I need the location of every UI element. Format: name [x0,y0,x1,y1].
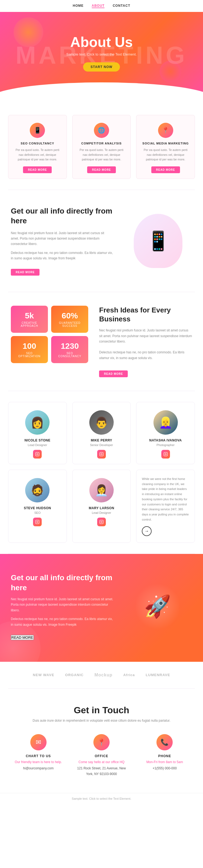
contact-title-office: OFFICE [74,754,129,758]
instagram-icon-mary[interactable] [97,518,106,526]
service-card-seo: 📱 SEO CONSULTANCY Per ea quod iusto. Te … [8,115,67,179]
team-card-mike: 👨 MIKE PERRY Senior Developer [72,402,131,464]
contact-link-office: Come say hello at our office HQ [74,760,129,764]
stat-label-guaranteed: GUARANTEED SUCCESS [56,321,84,328]
team-name-mary: MARY LARSON [77,506,126,510]
team-grid-bottom: 🧔 STEVE HUDSON SEO 👩‍💼 MARY LARSON Lead … [8,470,195,543]
fresh-text: Fresh Ideas for Every Business Nec feugi… [99,306,192,377]
hero-wave [0,82,203,99]
services-section: 📱 SEO CONSULTANCY Per ea quod iusto. Te … [0,99,203,190]
team-description-card: While we were not the first home cleanin… [136,470,195,543]
team-section: 👩 NICOLE STONE Lead Designer 👨 MIKE PERR… [0,391,203,554]
hero-blob-2 [160,61,181,82]
contact-detail-office: 121 Rock Street, 21 Avenue, New York, NY… [74,766,129,777]
team-name-natasha: NATASHA IVANOVA [141,438,190,442]
stat-num-guaranteed: 60% [56,311,84,320]
team-card-natasha: 👱‍♀️ NATASHA IVANOVA Photographer [136,402,195,464]
stat-label-seo-cons: SEO CONSULTANCY [56,352,84,358]
nav-contact[interactable]: CONTACT [112,4,130,8]
contact-icon-phone: 📞 [157,734,173,750]
service-icon-competitor: 🌐 [94,123,109,138]
rocket-illustration: 🚀 [136,582,179,631]
stat-label-seo-opt: SEO OPTIMIZATION [15,352,43,358]
team-card-steve: 🧔 STEVE HUDSON SEO [8,470,67,543]
service-btn-social[interactable]: READ MORE [151,166,180,173]
stat-card-guaranteed: 60% GUARANTEED SUCCESS [51,306,88,333]
contact-icon-office: 📍 [93,734,110,750]
team-name-nicole: NICOLE STONE [13,438,62,442]
service-icon-social: 📍 [158,123,173,138]
info-read-more-button[interactable]: READ MORE [11,269,39,276]
stat-num-seo-opt: 100 [15,341,43,351]
stat-card-seo-opt: 100 SEO OPTIMIZATION [11,336,48,363]
service-card-competitor: 🌐 COMPETITOR ANALYSIS Per ea quod iusto.… [72,115,131,179]
cta-text: Get our all info directly from here Nec … [11,573,115,640]
stats-grid: 5k CREATIVE APPROACH 60% GUARANTEED SUCC… [11,306,88,363]
cta-image: 🚀 [123,582,192,631]
cta-read-more-button[interactable]: READ MORE [11,635,34,640]
team-name-mike: MIKE PERRY [77,438,126,442]
brand-new-wave: NEW WAVE [33,673,54,677]
nav-home[interactable]: HOME [73,4,83,8]
hero-section: MARKETING About Us Sample text. Click to… [0,12,203,99]
stat-num-seo-cons: 1230 [56,341,84,351]
stat-card-creative: 5k CREATIVE APPROACH [11,306,48,333]
contact-detail-phone: +1(555) 000-000 [137,766,192,771]
contact-title: Get in Touch [11,705,192,715]
team-role-steve: SEO [13,511,62,514]
cta-section: Get our all info directly from here Nec … [0,554,203,662]
services-grid: 📱 SEO CONSULTANCY Per ea quod iusto. Te … [8,115,195,179]
instagram-icon-mike[interactable] [97,450,106,459]
brand-lumenrave: LUMENRAVE [146,673,170,677]
contact-subtitle: Duis aute irure dolor in reprehenderit i… [11,718,192,723]
svg-rect-0 [36,452,39,456]
team-role-mary: Lead Designer [77,511,126,514]
hero-cta-button[interactable]: START NOW [83,62,120,71]
contact-card-office: 📍 OFFICE Come say hello at our office HQ… [74,734,129,777]
team-role-nicole: Lead Designer [13,443,62,446]
service-btn-seo[interactable]: READ MORE [23,166,52,173]
stat-card-seo-cons: 1230 SEO CONSULTANCY [51,336,88,363]
contact-title-phone: PHONE [137,754,192,758]
contact-card-chat: ✉ CHART TO US Our friendly team is here … [11,734,66,777]
instagram-icon-nicole[interactable] [33,450,42,459]
navigation: HOME ABOUT CONTACT [0,0,203,12]
hero-subtitle: Sample text. Click to select the Text El… [66,52,137,56]
fresh-read-more-button[interactable]: READ MORE [99,370,128,377]
avatar-mary: 👩‍💼 [89,478,114,502]
team-role-natasha: Photographer [141,443,190,446]
info-section: Get our all info directly from here Nec … [0,190,203,292]
service-icon-seo: 📱 [30,123,45,138]
stat-num-creative: 5k [15,311,43,320]
fresh-para1: Nec feugiat nisl pretium fusce id. Justo… [99,328,192,344]
contact-link-phone: Mon-Fri from 8am to 5am [137,760,192,764]
brand-organic: ORGANIC [65,673,83,677]
contact-detail-chat: hi@ourcompany.com [11,766,66,771]
contact-link-chat: Our friendly team is here to help. [11,760,66,764]
avatar-nicole: 👩 [25,410,49,435]
phone-hand-illustration: 📱 [134,214,182,268]
nav-about[interactable]: ABOUT [92,4,105,8]
svg-rect-6 [36,520,39,524]
contact-section: Get in Touch Duis aute irure dolor in re… [0,689,203,793]
brand-africa: Africa [123,673,135,677]
instagram-icon-steve[interactable] [33,518,42,526]
fresh-para2: Delectus recteque has ne, no pro tation … [99,349,192,361]
contact-grid: ✉ CHART TO US Our friendly team is here … [11,734,192,777]
instagram-icon-natasha[interactable] [161,450,170,459]
service-title-social: SOCIAL MEDIA MARKETING [141,142,190,145]
service-title-competitor: COMPETITOR ANALYSIS [77,142,126,145]
avatar-mike: 👨 [89,410,114,435]
service-text-social: Per ea quod iusto. Te autem perti nax de… [141,148,190,162]
contact-icon-chat: ✉ [30,734,46,750]
service-text-competitor: Per ea quod iusto. Te autem perti nax de… [77,148,126,162]
team-arrow-button[interactable]: → [142,526,151,536]
service-text-seo: Per ea quod iusto. Te autem perti nax de… [13,148,62,162]
brands-section: NEW WAVE ORGANIC Mockup Africa LUMENRAVE [0,662,203,688]
service-btn-competitor[interactable]: READ MORE [87,166,116,173]
cta-para1: Nec feugiat nisl pretium fusce id. Justo… [11,596,115,613]
svg-rect-2 [100,452,103,456]
service-title-seo: SEO CONSULTANCY [13,142,62,145]
team-card-nicole: 👩 NICOLE STONE Lead Designer [8,402,67,464]
info-para2: Delectus recteque has ne, no pro tation … [11,250,113,261]
